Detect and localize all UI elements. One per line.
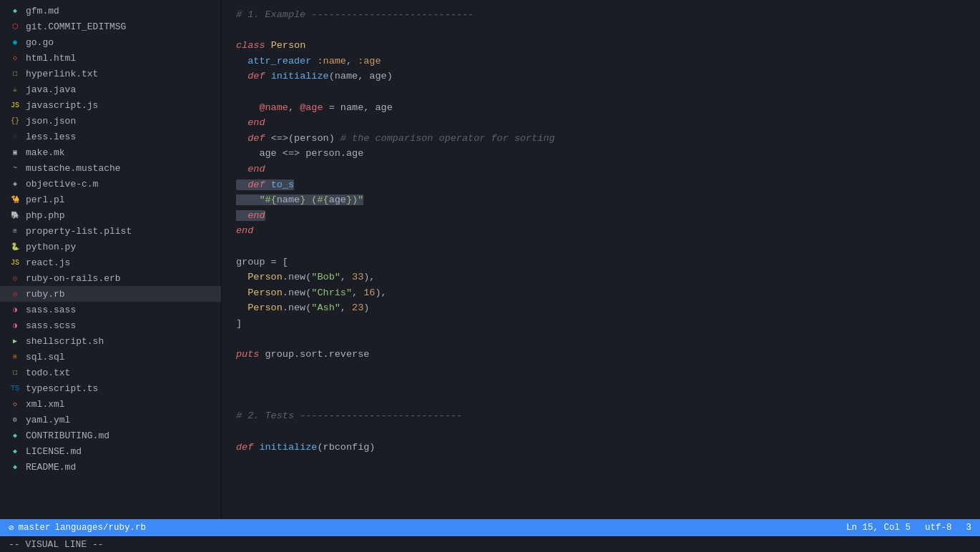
file-icon: □ <box>9 368 21 378</box>
file-icon: ◈ <box>9 179 21 189</box>
file-name: javascript.js <box>26 100 98 111</box>
sidebar-file-item[interactable]: 🐪perl.pl <box>0 192 221 207</box>
file-icon: ◇ <box>9 53 21 63</box>
file-name: git.COMMIT_EDITMSG <box>26 21 126 32</box>
sidebar: ◆gfm.md⬡git.COMMIT_EDITMSG◉go.go◇html.ht… <box>0 0 222 519</box>
sidebar-file-item[interactable]: ◈objective-c.m <box>0 176 221 192</box>
sidebar-file-item[interactable]: ◎ruby-on-rails.erb <box>0 270 221 286</box>
visual-mode-label: -- VISUAL LINE -- <box>9 539 104 550</box>
file-name: property-list.plist <box>26 226 132 237</box>
sidebar-file-item[interactable]: ▣make.mk <box>0 144 221 160</box>
file-name: todo.txt <box>26 368 70 378</box>
branch-name: master <box>19 523 51 533</box>
file-name: json.json <box>26 116 76 127</box>
file-name: python.py <box>26 242 76 252</box>
sidebar-file-item[interactable]: ◎ruby.rb <box>0 286 221 302</box>
sidebar-file-item[interactable]: ◆CONTRIBUTING.md <box>0 428 221 443</box>
branch-icon: ⊘ <box>9 522 14 533</box>
file-icon: ◇ <box>9 399 21 409</box>
file-icon: ☕ <box>9 84 21 94</box>
file-icon: ~ <box>9 163 21 173</box>
sidebar-file-item[interactable]: TStypescript.ts <box>0 380 221 396</box>
file-icon: 🐪 <box>9 194 21 204</box>
file-icon: ⚙ <box>9 415 21 425</box>
file-icon: ◉ <box>9 37 21 47</box>
file-name: ruby.rb <box>26 289 65 300</box>
file-name: make.mk <box>26 147 65 158</box>
file-icon: {} <box>9 116 21 126</box>
editor[interactable]: # 1. Example ---------------------------… <box>222 0 980 519</box>
sidebar-file-item[interactable]: ≡property-list.plist <box>0 223 221 239</box>
file-icon: # <box>9 132 21 142</box>
file-icon: ⬡ <box>9 21 21 31</box>
file-icon: JS <box>9 100 21 110</box>
code-content: # 1. Example ---------------------------… <box>222 0 980 469</box>
file-icon: 🐘 <box>9 210 21 220</box>
sidebar-file-item[interactable]: {}json.json <box>0 113 221 129</box>
sidebar-file-item[interactable]: #less.less <box>0 129 221 144</box>
file-name: perl.pl <box>26 194 65 205</box>
file-icon: JS <box>9 257 21 267</box>
sidebar-file-item[interactable]: ◇xml.xml <box>0 396 221 412</box>
file-icon: TS <box>9 383 21 393</box>
sidebar-file-item[interactable]: ▶shellscript.sh <box>0 333 221 349</box>
file-name: typescript.ts <box>26 383 98 394</box>
file-name: LICENSE.md <box>26 446 82 457</box>
file-icon: □ <box>9 69 21 79</box>
file-name: hyperlink.txt <box>26 69 98 79</box>
file-name: CONTRIBUTING.md <box>26 430 109 441</box>
file-icon: ◆ <box>9 462 21 472</box>
file-icon: ▣ <box>9 147 21 157</box>
sidebar-file-item[interactable]: ◇html.html <box>0 50 221 66</box>
sidebar-file-item[interactable]: ◑sass.scss <box>0 317 221 333</box>
file-name: sass.scss <box>26 320 76 331</box>
file-name: sql.sql <box>26 352 65 363</box>
mode-line: -- VISUAL LINE -- <box>0 536 980 552</box>
file-icon: ◆ <box>9 430 21 440</box>
file-name: html.html <box>26 53 76 64</box>
cursor-position: Ln 15, Col 5 <box>846 523 911 533</box>
sidebar-file-item[interactable]: ☕java.java <box>0 82 221 97</box>
file-icon: ◎ <box>9 289 21 299</box>
file-icon: ≡ <box>9 352 21 362</box>
file-name: mustache.mustache <box>26 163 121 174</box>
tab-size: 3 <box>966 523 971 533</box>
file-icon: ◆ <box>9 446 21 456</box>
status-left: ⊘ master languages/ruby.rb <box>9 522 146 533</box>
file-name: ruby-on-rails.erb <box>26 273 121 284</box>
sidebar-file-item[interactable]: ⬡git.COMMIT_EDITMSG <box>0 19 221 34</box>
file-name: README.md <box>26 462 76 473</box>
sidebar-file-item[interactable]: 🐍python.py <box>0 239 221 255</box>
file-name: react.js <box>26 257 70 268</box>
file-icon: ◑ <box>9 320 21 330</box>
file-name: xml.xml <box>26 399 65 410</box>
file-name: java.java <box>26 84 76 95</box>
sidebar-file-item[interactable]: ◑sass.sass <box>0 302 221 317</box>
status-right: Ln 15, Col 5 utf-8 3 <box>846 523 971 533</box>
sidebar-file-item[interactable]: ◆gfm.md <box>0 3 221 19</box>
file-icon: ◆ <box>9 6 21 16</box>
file-name: shellscript.sh <box>26 336 104 347</box>
file-icon: ◎ <box>9 273 21 283</box>
sidebar-file-item[interactable]: JSjavascript.js <box>0 97 221 113</box>
sidebar-file-item[interactable]: ~mustache.mustache <box>0 160 221 176</box>
sidebar-file-item[interactable]: ◆LICENSE.md <box>0 443 221 459</box>
sidebar-file-item[interactable]: □todo.txt <box>0 365 221 380</box>
sidebar-file-item[interactable]: ⚙yaml.yml <box>0 412 221 428</box>
file-name: go.go <box>26 37 54 48</box>
sidebar-file-item[interactable]: ◆README.md <box>0 459 221 475</box>
file-icon: ◑ <box>9 305 21 315</box>
file-icon: 🐍 <box>9 242 21 252</box>
file-name: less.less <box>26 132 76 142</box>
sidebar-file-item[interactable]: ≡sql.sql <box>0 349 221 365</box>
sidebar-file-item[interactable]: JSreact.js <box>0 255 221 270</box>
file-name: php.php <box>26 210 65 221</box>
sidebar-file-item[interactable]: □hyperlink.txt <box>0 66 221 82</box>
file-name: objective-c.m <box>26 179 98 189</box>
filepath: languages/ruby.rb <box>55 523 147 533</box>
sidebar-file-item[interactable]: 🐘php.php <box>0 207 221 223</box>
sidebar-file-item[interactable]: ◉go.go <box>0 34 221 50</box>
status-bar: ⊘ master languages/ruby.rb Ln 15, Col 5 … <box>0 519 980 536</box>
file-icon: ≡ <box>9 226 21 236</box>
file-name: sass.sass <box>26 305 76 315</box>
